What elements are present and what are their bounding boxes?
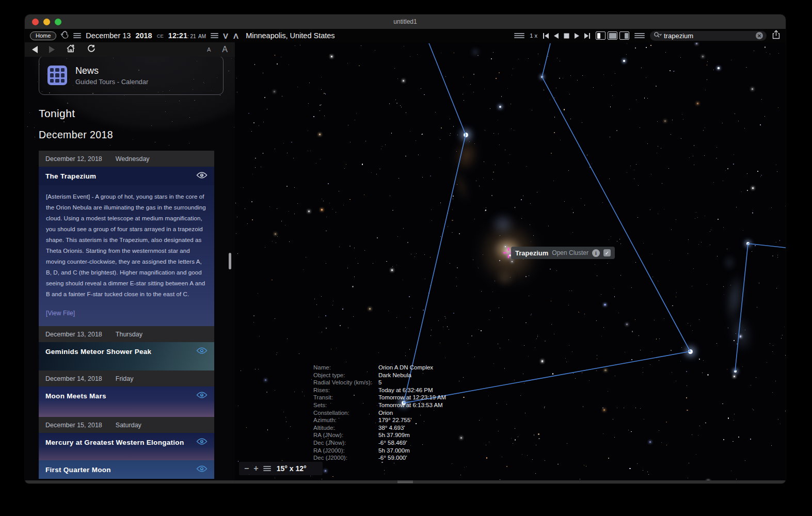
zoom-out-button[interactable]: −	[244, 464, 249, 473]
event-list: December 12, 2018WednesdayThe Trapezium …	[39, 151, 214, 480]
info-row: Dec (J2000):-6° 59.000'	[313, 454, 446, 462]
info-value: Today at 6:32:46 PM	[378, 386, 433, 394]
zoom-in-button[interactable]: +	[253, 464, 258, 473]
time-flow-menu-icon[interactable]	[514, 33, 524, 38]
resize-handle[interactable]	[397, 481, 413, 483]
skip-to-start-icon[interactable]	[543, 33, 549, 39]
visibility-eye-icon[interactable]	[196, 438, 208, 447]
refresh-icon[interactable]	[87, 44, 95, 55]
event-row-mercury[interactable]: Mercury at Greatest Western Elongation	[39, 433, 214, 460]
event-row-moon[interactable]: Moon Meets Mars	[39, 386, 214, 417]
visibility-eye-icon[interactable]	[196, 347, 208, 356]
options-menu-icon[interactable]	[634, 33, 645, 38]
event-row-firstq[interactable]: First Quarter Moon	[39, 460, 214, 479]
event-title: Moon Meets Mars	[45, 392, 106, 400]
time-transport-controls	[543, 33, 591, 39]
info-value: Tomorrow at 12:23:19 AM	[378, 394, 446, 401]
time-step-up-icon[interactable]: Λ	[233, 31, 239, 40]
info-row: Sets:Tomorrow at 6:13:53 AM	[313, 401, 446, 409]
info-row: Dec (JNow):-6° 58.469'	[313, 439, 446, 447]
skip-to-end-icon[interactable]	[584, 33, 591, 39]
selected-object-label[interactable]: Trapezium Open Cluster i ✓	[511, 247, 615, 259]
sidebar-scrollbar[interactable]	[229, 253, 231, 269]
toolbar-time-seconds[interactable]: : 21	[187, 34, 196, 39]
event-row-geminids[interactable]: Geminids Meteor Shower Peak	[39, 342, 214, 370]
info-label: RA (J2000):	[313, 447, 378, 455]
info-row: RA (J2000):5h 37.000m	[313, 447, 446, 455]
search-field[interactable]: trapezium ✕	[650, 31, 767, 41]
share-icon[interactable]	[772, 30, 781, 42]
header-day: Friday	[116, 375, 134, 382]
zoom-menu-icon[interactable]	[263, 466, 271, 471]
home-icon[interactable]	[66, 44, 75, 55]
visibility-eye-icon[interactable]	[196, 391, 208, 400]
header-day: Saturday	[116, 422, 141, 429]
month-heading: December 2018	[39, 129, 113, 141]
visibility-eye-icon[interactable]	[196, 171, 208, 181]
info-label: RA (JNow):	[313, 431, 378, 439]
toolbar-ampm[interactable]: AM	[198, 34, 206, 39]
time-step-down-icon[interactable]: V	[223, 31, 229, 40]
step-back-icon[interactable]	[553, 33, 560, 39]
info-row: Object type:Dark Nebula	[313, 372, 446, 379]
view-file-link[interactable]: [View File]	[46, 308, 207, 319]
info-value: 179° 22.755'	[378, 416, 411, 424]
info-row: Radial Velocity (km/s):5	[313, 379, 446, 386]
home-view-button[interactable]: Home	[30, 31, 56, 40]
toolbar-era[interactable]: CE	[157, 33, 164, 39]
toolbar-date[interactable]: December 13	[86, 31, 131, 40]
center-panel-toggle-icon[interactable]	[608, 31, 617, 40]
object-selected-checkbox-icon[interactable]: ✓	[603, 249, 611, 256]
date-header: December 14, 2018Friday	[39, 370, 214, 386]
date-header: December 15, 2018Saturday	[39, 417, 214, 433]
object-info-icon[interactable]: i	[592, 249, 600, 257]
news-card[interactable]: News Guided Tours - Calendar	[39, 56, 224, 95]
font-larger-button[interactable]: A	[222, 45, 228, 54]
info-value: -6° 58.469'	[378, 439, 407, 447]
stop-icon[interactable]	[563, 33, 570, 39]
info-row: Constellation:Orion	[313, 409, 446, 417]
title-bar[interactable]: untitled1	[25, 14, 786, 29]
info-row: Transit:Tomorrow at 12:23:19 AM	[313, 394, 446, 401]
font-smaller-button[interactable]: A	[207, 46, 211, 53]
visibility-eye-icon[interactable]	[196, 465, 208, 474]
header-date: December 15, 2018	[45, 422, 102, 429]
event-title: The Trapezium	[45, 172, 96, 180]
header-day: Wednesday	[116, 155, 150, 163]
info-label: Name:	[313, 364, 378, 372]
date-header: December 12, 2018Wednesday	[39, 151, 214, 167]
toolbar-location[interactable]: Minneapolis, United States	[246, 31, 335, 40]
info-value: 5h 37.909m	[378, 431, 410, 439]
back-button[interactable]	[32, 46, 38, 53]
field-of-view-label: 15° x 12°	[277, 464, 307, 473]
event-row-trapezium[interactable]: The Trapezium	[39, 167, 214, 185]
left-panel-toggle-icon[interactable]	[596, 31, 606, 40]
info-label: Dec (JNow):	[313, 439, 378, 447]
date-menu-icon[interactable]	[73, 33, 81, 38]
forward-button[interactable]	[49, 46, 55, 53]
info-value: 38° 4.693'	[378, 424, 405, 432]
search-input[interactable]: trapezium	[664, 32, 754, 40]
panel-layout-buttons	[596, 31, 629, 40]
calendar-grid-icon	[47, 66, 67, 85]
toolbar-time[interactable]: 12:21	[168, 31, 187, 40]
search-clear-icon[interactable]: ✕	[756, 32, 763, 39]
info-row: RA (JNow):5h 37.909m	[313, 431, 446, 439]
object-type: Open Cluster	[552, 249, 588, 256]
info-label: Object type:	[313, 372, 378, 379]
info-value: Orion	[378, 409, 393, 417]
info-value: 5h 37.000m	[378, 447, 410, 455]
pan-hand-icon[interactable]	[61, 30, 69, 41]
right-panel-toggle-icon[interactable]	[619, 31, 629, 40]
play-icon[interactable]	[574, 33, 580, 39]
info-value: Tomorrow at 6:13:53 AM	[378, 401, 443, 409]
info-value: -6° 59.000'	[378, 454, 407, 462]
news-subtitle: Guided Tours - Calendar	[75, 78, 148, 86]
toolbar-year[interactable]: 2018	[135, 31, 152, 40]
time-menu-icon[interactable]	[211, 33, 218, 38]
tonight-heading: Tonight	[39, 107, 75, 120]
events-sidebar: A A News Guided Tours - Calendar Tonight…	[25, 42, 235, 480]
header-day: Thursday	[116, 331, 142, 338]
info-row: Name:Orion A DN Complex	[313, 364, 446, 372]
sky-chart[interactable]: Trapezium Open Cluster i ✓ Name:Orion A …	[235, 42, 786, 480]
